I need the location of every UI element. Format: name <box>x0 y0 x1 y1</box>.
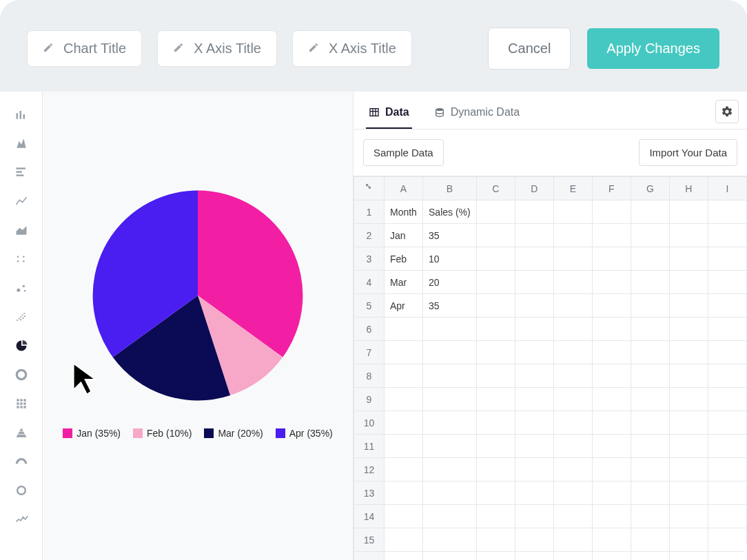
cell[interactable] <box>423 388 477 411</box>
row-header[interactable]: 6 <box>354 318 385 341</box>
cell[interactable] <box>669 435 708 458</box>
cell[interactable] <box>553 318 592 341</box>
column-header[interactable]: G <box>631 177 669 200</box>
cell[interactable] <box>708 294 746 318</box>
cell[interactable] <box>708 271 746 294</box>
cell[interactable] <box>592 200 631 224</box>
cell[interactable] <box>592 247 631 271</box>
cell[interactable] <box>669 528 708 552</box>
bubble-chart-icon[interactable] <box>0 273 43 302</box>
sparkline-icon[interactable] <box>0 505 43 534</box>
cell[interactable] <box>385 528 423 552</box>
column-header[interactable]: E <box>553 177 592 200</box>
row-header[interactable]: 3 <box>354 247 385 271</box>
cell[interactable] <box>515 247 553 271</box>
cell[interactable] <box>385 552 423 561</box>
cell[interactable] <box>476 528 515 552</box>
cell[interactable] <box>515 481 553 505</box>
cell[interactable] <box>553 341 592 364</box>
row-header[interactable]: 5 <box>354 294 385 318</box>
cell[interactable] <box>553 294 592 318</box>
cell[interactable] <box>515 411 553 435</box>
cell[interactable] <box>423 458 477 481</box>
cell[interactable] <box>385 364 423 388</box>
row-header[interactable]: 14 <box>354 505 385 528</box>
cell[interactable] <box>631 505 669 528</box>
cell[interactable] <box>476 224 515 247</box>
cell[interactable] <box>669 388 708 411</box>
cell[interactable] <box>669 552 708 561</box>
cell[interactable] <box>592 388 631 411</box>
cell[interactable] <box>669 318 708 341</box>
cell[interactable] <box>631 552 669 561</box>
cell[interactable] <box>592 318 631 341</box>
cell[interactable] <box>423 435 477 458</box>
cell[interactable] <box>631 388 669 411</box>
cell[interactable] <box>669 411 708 435</box>
row-header[interactable]: 11 <box>354 435 385 458</box>
row-header[interactable]: 9 <box>354 388 385 411</box>
row-header[interactable]: 13 <box>354 481 385 505</box>
cell[interactable] <box>423 481 477 505</box>
cell[interactable] <box>631 364 669 388</box>
cell[interactable] <box>553 552 592 561</box>
cell[interactable] <box>708 411 746 435</box>
cell[interactable] <box>476 341 515 364</box>
cell[interactable] <box>592 224 631 247</box>
cell[interactable] <box>515 552 553 561</box>
cell[interactable] <box>476 388 515 411</box>
cell[interactable] <box>708 388 746 411</box>
cell[interactable] <box>631 247 669 271</box>
cell[interactable] <box>669 505 708 528</box>
cell[interactable] <box>592 271 631 294</box>
cell[interactable] <box>553 528 592 552</box>
cell[interactable] <box>515 458 553 481</box>
tab-dynamic-data[interactable]: Dynamic Data <box>431 101 522 128</box>
cell[interactable]: Feb <box>385 247 423 271</box>
cell[interactable] <box>708 318 746 341</box>
cell[interactable] <box>385 435 423 458</box>
histogram-icon[interactable] <box>0 129 43 158</box>
cell[interactable] <box>476 364 515 388</box>
cell[interactable] <box>631 318 669 341</box>
cell[interactable] <box>515 271 553 294</box>
row-header[interactable]: 8 <box>354 364 385 388</box>
cell[interactable] <box>592 411 631 435</box>
cell[interactable] <box>553 481 592 505</box>
cell[interactable]: 20 <box>423 271 477 294</box>
cell[interactable]: Mar <box>385 271 423 294</box>
cell[interactable] <box>708 341 746 364</box>
cell[interactable] <box>669 200 708 224</box>
cell[interactable] <box>515 224 553 247</box>
cell[interactable] <box>708 505 746 528</box>
row-header[interactable]: 12 <box>354 458 385 481</box>
cell[interactable]: Month <box>385 200 423 224</box>
cell[interactable] <box>515 528 553 552</box>
chart-title-input[interactable]: Chart Title <box>28 31 141 66</box>
cell[interactable] <box>423 411 477 435</box>
cell[interactable] <box>669 364 708 388</box>
bar-chart-icon[interactable] <box>0 100 43 129</box>
cell[interactable] <box>708 552 746 561</box>
area-chart-icon[interactable] <box>0 216 43 245</box>
cell[interactable]: 10 <box>423 247 477 271</box>
cell[interactable]: Sales (%) <box>423 200 477 224</box>
cell[interactable] <box>631 411 669 435</box>
column-header[interactable]: B <box>423 177 477 200</box>
cell[interactable] <box>476 411 515 435</box>
cell[interactable] <box>385 505 423 528</box>
tab-data[interactable]: Data <box>366 101 412 128</box>
row-header[interactable]: 1 <box>354 200 385 224</box>
pie-chart-icon[interactable] <box>0 331 43 360</box>
cell[interactable] <box>476 294 515 318</box>
x-axis-title-input[interactable]: X Axis Title <box>158 31 276 66</box>
cell[interactable] <box>669 247 708 271</box>
cell[interactable] <box>515 294 553 318</box>
cell[interactable] <box>423 552 477 561</box>
import-data-button[interactable]: Import Your Data <box>639 139 737 166</box>
cell[interactable] <box>423 505 477 528</box>
cell[interactable] <box>515 364 553 388</box>
cell[interactable] <box>631 200 669 224</box>
cell[interactable] <box>385 411 423 435</box>
cell[interactable] <box>423 341 477 364</box>
